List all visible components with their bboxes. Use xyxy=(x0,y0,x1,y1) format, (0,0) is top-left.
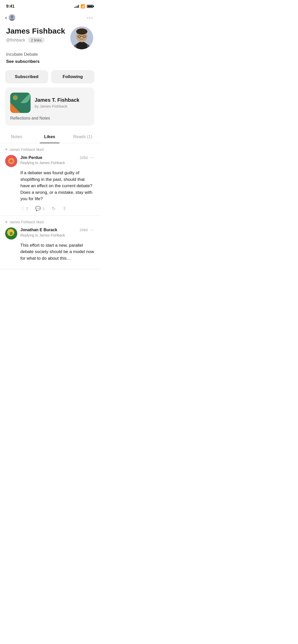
post-actions-1: ♡ 2 💬 1 ↻ ⇧ xyxy=(5,206,94,211)
feed-item-1: ♥ James Fishback liked Jim Perdue 245d ·… xyxy=(0,143,99,216)
liked-by-2: ♥ James Fishback liked xyxy=(5,220,94,224)
post-header-1: Jim Perdue 245d ··· Replying to James Fi… xyxy=(5,155,94,167)
avatar-small xyxy=(9,14,15,21)
post-time-2: 246d xyxy=(80,228,88,232)
more-button[interactable]: ··· xyxy=(86,13,94,22)
status-time: 9:41 xyxy=(6,4,15,9)
tab-likes[interactable]: Likes xyxy=(33,131,66,143)
back-arrow-icon: ‹ xyxy=(5,15,7,21)
tabs: Notes Likes Reads (1) xyxy=(0,131,99,143)
tab-notes[interactable]: Notes xyxy=(0,131,33,143)
profile-avatar xyxy=(70,26,93,49)
svg-point-9 xyxy=(76,28,87,35)
svg-point-1 xyxy=(10,15,13,18)
svg-point-23 xyxy=(10,232,13,235)
post-author-2[interactable]: Jonathan E Burack xyxy=(20,228,57,232)
profile-section: James Fishback @fishback 2 links xyxy=(0,24,99,68)
heart-icon-1: ♥ xyxy=(5,147,8,152)
post-more-2[interactable]: ··· xyxy=(90,227,94,233)
liked-by-1: ♥ James Fishback liked xyxy=(5,147,94,152)
repost-icon-1: ↻ xyxy=(52,206,56,211)
nav-bar: ‹ ··· xyxy=(0,11,99,24)
following-button[interactable]: Following xyxy=(51,70,94,83)
post-reply-1: Replying to James Fishback xyxy=(20,161,94,165)
post-body-1: If a debater was found guilty of shoplif… xyxy=(5,170,94,202)
status-icons: 📶 xyxy=(74,4,93,9)
repost-action-1[interactable]: ↻ xyxy=(52,206,56,211)
svg-point-17 xyxy=(13,95,18,100)
status-bar: 9:41 📶 xyxy=(0,0,99,11)
profile-info: James Fishback @fishback 2 links xyxy=(6,26,70,43)
back-button[interactable]: ‹ xyxy=(5,12,16,23)
battery-icon xyxy=(87,5,93,8)
post-reply-2: Replying to James Fishback xyxy=(20,233,94,237)
share-icon-1: ⇧ xyxy=(63,206,66,211)
svg-point-14 xyxy=(84,38,85,38)
avatar-image xyxy=(70,26,93,49)
post-author-1[interactable]: Jim Perdue xyxy=(20,155,42,160)
comment-action-1[interactable]: 💬 1 xyxy=(35,206,44,211)
post-more-1[interactable]: ··· xyxy=(90,155,94,160)
newsletter-by: by James Fishback xyxy=(35,104,79,108)
like-icon-1: ♡ xyxy=(20,206,24,211)
newsletter-card[interactable]: James T. Fishback by James Fishback Refl… xyxy=(5,87,94,126)
svg-point-20 xyxy=(10,159,13,163)
like-action-1[interactable]: ♡ 2 xyxy=(20,206,28,211)
feed-item-2: ♥ James Fishback liked Jonathan E Burack… xyxy=(0,216,99,270)
newsletter-icon xyxy=(10,93,31,113)
post-header-text-2: Jonathan E Burack 246d ··· Replying to J… xyxy=(20,227,94,237)
newsletter-text: James T. Fishback by James Fishback xyxy=(35,97,79,108)
share-action-1[interactable]: ⇧ xyxy=(63,206,66,211)
action-buttons: Subscribed Following xyxy=(0,68,99,87)
see-subscribers[interactable]: See subscribers xyxy=(6,59,93,64)
comment-count-1: 1 xyxy=(42,206,44,211)
profile-name: James Fishback xyxy=(6,26,70,36)
svg-point-13 xyxy=(79,38,79,38)
signal-icon xyxy=(74,5,79,8)
profile-bio: Incubate Debate xyxy=(6,52,93,57)
heart-icon-2: ♥ xyxy=(5,220,8,224)
profile-handle: @fishback xyxy=(6,38,25,42)
post-header-text-1: Jim Perdue 245d ··· Replying to James Fi… xyxy=(20,155,94,165)
comment-icon-1: 💬 xyxy=(35,206,41,211)
post-body-2: This effort to start a new, parallel deb… xyxy=(5,242,94,262)
avatar-jonathan xyxy=(5,227,17,240)
like-count-1: 2 xyxy=(26,206,28,211)
subscribed-button[interactable]: Subscribed xyxy=(5,70,48,83)
links-badge[interactable]: 2 links xyxy=(28,37,45,43)
wifi-icon: 📶 xyxy=(80,4,85,9)
newsletter-title: James T. Fishback xyxy=(35,97,79,103)
post-time-1: 245d xyxy=(80,156,88,160)
tab-reads[interactable]: Reads (1) xyxy=(66,131,99,143)
post-header-2: Jonathan E Burack 246d ··· Replying to J… xyxy=(5,227,94,240)
avatar-jim xyxy=(5,155,17,167)
newsletter-description: Reflections and Notes xyxy=(10,116,89,121)
